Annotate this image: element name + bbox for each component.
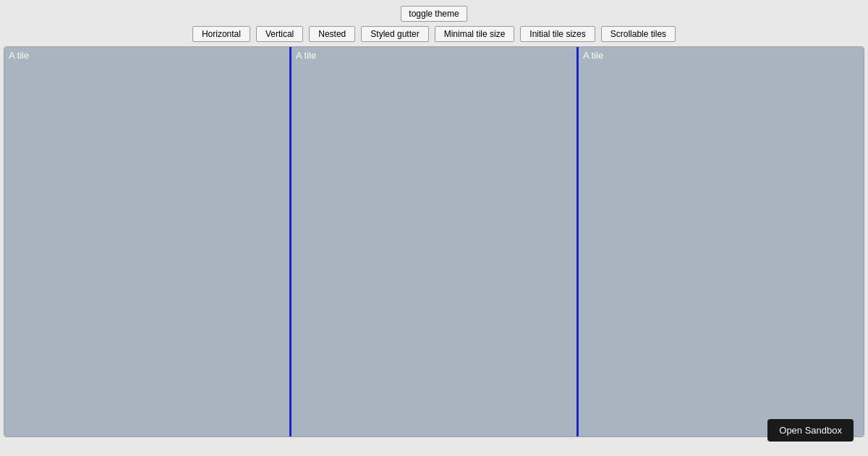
tile-1: A tile [4, 47, 289, 436]
nav-btn-nested[interactable]: Nested [309, 26, 355, 42]
tile-3-label: A tile [583, 50, 603, 61]
nav-btn-initial-tile-sizes[interactable]: Initial tile sizes [520, 26, 595, 42]
nav-btn-styled-gutter[interactable]: Styled gutter [361, 26, 428, 42]
open-sandbox-button[interactable]: Open Sandbox [767, 419, 854, 442]
nav-btn-minimal-tile-size[interactable]: Minimal tile size [435, 26, 515, 42]
nav-btn-scrollable-tiles[interactable]: Scrollable tiles [601, 26, 676, 42]
tile-3: A tile [579, 47, 864, 436]
tile-1-label: A tile [9, 50, 29, 61]
nav-btn-vertical[interactable]: Vertical [256, 26, 303, 42]
toggle-theme-button[interactable]: toggle theme [401, 6, 467, 22]
top-bar: toggle theme Horizontal Vertical Nested … [0, 0, 868, 46]
tile-container: A tile A tile A tile [4, 46, 864, 437]
tile-2-label: A tile [296, 50, 316, 61]
nav-buttons: Horizontal Vertical Nested Styled gutter… [0, 26, 868, 42]
tile-2: A tile [292, 47, 576, 436]
nav-btn-horizontal[interactable]: Horizontal [192, 26, 250, 42]
